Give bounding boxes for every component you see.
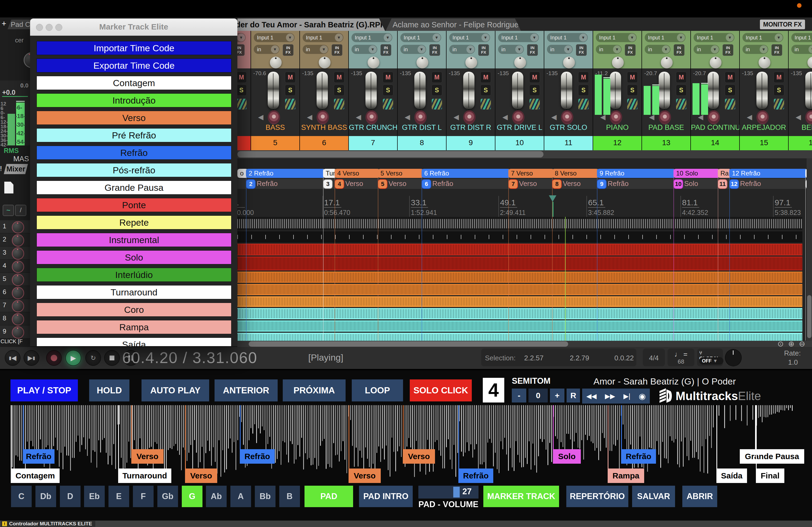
marker-button-repete[interactable]: Repete: [37, 215, 231, 229]
input-fx-button[interactable]: INFX: [625, 44, 636, 56]
region-refrão[interactable]: 12 Refrão: [729, 169, 807, 178]
mixer-channel-ssão[interactable]: Input 1▼in▼INFXMS◀SSÃO: [237, 31, 251, 150]
marker-button-instrumental[interactable]: Instrumental: [37, 233, 231, 247]
track-pan-knob[interactable]: [12, 274, 24, 286]
marker-button-saída[interactable]: Saída: [37, 337, 231, 346]
track-pan-knob[interactable]: [12, 300, 24, 312]
volume-fader[interactable]: [756, 72, 768, 109]
marker-button-grande-pausa[interactable]: Grande Pausa: [37, 181, 231, 195]
mixer-channel-arpejador[interactable]: Input 1▼in▼INFX-135MS◀ARPEJADOR15: [740, 31, 789, 150]
controller-button-pr-xima[interactable]: PRÓXIMA: [283, 379, 346, 402]
pan-knob[interactable]: [463, 110, 476, 124]
routing-button[interactable]: [529, 99, 540, 110]
chevron-down-icon[interactable]: ▼: [384, 33, 392, 42]
chevron-down-icon[interactable]: ▼: [775, 33, 783, 42]
selection-end[interactable]: 2.2.79: [570, 354, 589, 362]
chevron-down-icon[interactable]: ▼: [628, 33, 636, 42]
key-button-f[interactable]: F: [133, 486, 154, 507]
input-fx-button[interactable]: INFX: [771, 44, 782, 56]
solo-button[interactable]: S: [432, 85, 442, 96]
routing-button[interactable]: [383, 99, 393, 110]
pad-intro-button[interactable]: PAD INTRO: [359, 486, 413, 507]
key-button-e[interactable]: E: [108, 486, 129, 507]
song-waveform[interactable]: RefrãoVersoRefrãoVersoSoloRefrãoGrande P…: [8, 405, 803, 488]
chevron-down-icon[interactable]: ▼: [726, 33, 734, 42]
in-dropdown[interactable]: in▼: [694, 45, 719, 54]
marker-number[interactable]: 4: [335, 179, 344, 189]
tempo-box[interactable]: ♩ = 68: [668, 349, 694, 366]
chevron-down-icon[interactable]: ▼: [711, 45, 719, 54]
chevron-down-icon[interactable]: ▼: [286, 33, 294, 42]
marker-button-coro[interactable]: Coro: [37, 303, 231, 317]
mute-button[interactable]: M: [725, 72, 736, 83]
volume-fader[interactable]: [512, 72, 523, 109]
tab-inactive-project[interactable]: Aclame ao Senhor - Felipe Rodrigues (F).…: [386, 18, 521, 31]
waveform-marker-rampa[interactable]: Rampa: [608, 468, 644, 483]
solo-button[interactable]: S: [627, 85, 638, 96]
marker-number[interactable]: 8: [552, 179, 562, 189]
edit-cursor-triangle[interactable]: [549, 195, 556, 202]
input-dropdown[interactable]: Input 1▼: [303, 33, 344, 42]
mixer-channel-gtr-crunch[interactable]: Input 1▼in▼INFX-135MS◀GTR CRUNCH7: [349, 31, 398, 150]
channel-knob[interactable]: [319, 57, 331, 69]
waveform-marker-verso[interactable]: Verso: [349, 468, 381, 483]
marker-button-pós-refrão[interactable]: Pós-refrão: [37, 163, 231, 177]
tab-active-project[interactable]: oder do Teu Amor - Sarah Beatriz (G).RPP…: [237, 18, 385, 31]
routing-button[interactable]: [578, 99, 589, 110]
add-track-button[interactable]: +: [2, 19, 6, 28]
chevron-down-icon[interactable]: ▼: [271, 45, 279, 54]
region-refrão[interactable]: 2 Refrão: [246, 169, 325, 178]
channel-knob[interactable]: [710, 57, 722, 69]
mixer-channel-synth-bass[interactable]: Input 1▼in▼INFX-135MS◀SYNTH BASS6: [300, 31, 349, 150]
chevron-down-icon[interactable]: ▼: [530, 33, 538, 42]
marker-number[interactable]: 7: [508, 179, 518, 189]
marker-button-refrão[interactable]: Refrão: [37, 146, 231, 160]
mute-button[interactable]: M: [627, 72, 638, 83]
input-dropdown[interactable]: Input 1▼: [694, 33, 735, 42]
channel-number[interactable]: 8: [398, 136, 446, 150]
skip-song-button[interactable]: ▶|: [624, 392, 630, 400]
marker-button-contagem[interactable]: Contagem: [37, 76, 231, 90]
marker-button-importar-time-code[interactable]: Importar Time Code: [37, 41, 231, 55]
waveform-marker-verso[interactable]: Verso: [403, 449, 435, 464]
waveform-marker-refrão[interactable]: Refrão: [23, 449, 55, 464]
input-fx-button[interactable]: INFX: [380, 44, 391, 56]
time-signature-box[interactable]: 4/4: [643, 349, 665, 366]
input-fx-button[interactable]: INFX: [237, 44, 245, 56]
channel-number[interactable]: 6: [300, 136, 348, 150]
arrange-scroll-thumb[interactable]: [249, 341, 568, 347]
waveform-marker-turnaround[interactable]: Turnaround: [118, 468, 171, 483]
master-track-tab[interactable]: Pad C: [8, 19, 33, 29]
pan-knob[interactable]: [561, 110, 573, 124]
chevron-down-icon[interactable]: ▼: [662, 45, 670, 54]
controller-button-play-stop[interactable]: PLAY / STOP: [11, 379, 78, 402]
channel-knob[interactable]: [661, 57, 673, 69]
waveform-marker-saída[interactable]: Saída: [716, 468, 747, 483]
selection-length[interactable]: 0.0.22: [614, 354, 634, 362]
channel-number[interactable]: 16: [789, 136, 812, 150]
channel-number[interactable]: 7: [349, 136, 397, 150]
channel-number[interactable]: 9: [447, 136, 495, 150]
solo-button[interactable]: S: [480, 85, 491, 96]
mute-button[interactable]: M: [773, 72, 784, 83]
track-row[interactable]: 6: [0, 286, 30, 299]
routing-button[interactable]: [237, 99, 247, 110]
chevron-down-icon[interactable]: ▼: [809, 45, 812, 54]
chevron-down-icon[interactable]: ▼: [613, 45, 621, 54]
pan-knob[interactable]: [317, 110, 329, 124]
solo-button[interactable]: S: [578, 85, 589, 96]
input-fx-button[interactable]: INFX: [723, 44, 733, 56]
chevron-down-icon[interactable]: ▼: [481, 33, 490, 42]
input-dropdown[interactable]: Input 1▼: [498, 33, 539, 42]
solo-button[interactable]: S: [676, 85, 686, 96]
pad-volume-slider[interactable]: 27: [418, 486, 478, 499]
mixer-channel-pad-base[interactable]: Input 1▼in▼INFX-20.7MS◀PAD BASE13: [642, 31, 691, 150]
mute-button[interactable]: M: [432, 72, 442, 83]
in-dropdown[interactable]: in▼: [791, 45, 812, 54]
mixer-channel-gtr-dist-r[interactable]: Input 1▼in▼INFX-135MS◀GTR DIST R9: [447, 31, 495, 150]
mute-button[interactable]: M: [334, 72, 345, 83]
channel-number[interactable]: 11: [544, 136, 593, 150]
controller-button-hold[interactable]: HOLD: [89, 379, 129, 402]
marker-button-turnaround[interactable]: Turnaround: [37, 285, 231, 299]
input-fx-button[interactable]: INFX: [332, 44, 342, 56]
